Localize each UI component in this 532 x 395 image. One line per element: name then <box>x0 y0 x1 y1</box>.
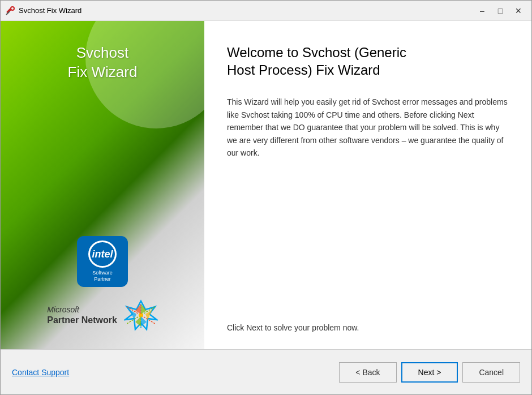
ms-partner-section: Microsoft Partner Network <box>47 298 158 332</box>
left-panel: SvchostFix Wizard intel Software Partner… <box>1 21 204 349</box>
logos-area: intel Software Partner Microsoft Partner… <box>47 236 158 349</box>
svg-marker-12 <box>135 316 141 327</box>
maximize-button[interactable]: □ <box>492 4 509 18</box>
bottom-buttons: < Back Next > Cancel <box>339 362 520 383</box>
ms-partner-text: Microsoft Partner Network <box>47 304 117 327</box>
welcome-title: Welcome to Svchost (GenericHost Process)… <box>227 44 509 79</box>
title-bar: Svchost Fix Wizard – □ ✕ <box>1 1 531 21</box>
title-bar-controls: – □ ✕ <box>474 4 527 18</box>
svg-point-1 <box>11 7 14 10</box>
intel-software-text: Software <box>92 270 113 276</box>
close-button[interactable]: ✕ <box>510 4 527 18</box>
intel-circle-text: intel <box>92 248 113 260</box>
intel-circle: intel <box>88 241 117 268</box>
back-button[interactable]: < Back <box>339 362 396 383</box>
contact-support-link[interactable]: Contact Support <box>12 368 69 377</box>
next-button[interactable]: Next > <box>401 362 458 383</box>
click-next-text: Click Next to solve your problem now. <box>227 323 509 332</box>
ms-butterfly-logo <box>124 298 158 332</box>
welcome-description: This Wizard will help you easily get rid… <box>227 96 509 306</box>
minimize-button[interactable]: – <box>474 4 491 18</box>
intel-badge: intel Software Partner <box>77 236 128 287</box>
intel-partner-text: Partner <box>94 276 111 282</box>
bottom-bar: Contact Support < Back Next > Cancel <box>1 349 531 394</box>
cancel-button[interactable]: Cancel <box>462 362 520 383</box>
wizard-title: SvchostFix Wizard <box>68 44 138 82</box>
ms-partner-line1: Microsoft <box>47 305 79 314</box>
right-panel: Welcome to Svchost (GenericHost Process)… <box>204 21 531 349</box>
ms-partner-line2: Partner Network <box>47 315 117 327</box>
intel-badge-text: Software Partner <box>92 270 113 282</box>
svg-marker-13 <box>141 316 147 327</box>
app-icon <box>5 6 15 16</box>
title-bar-text: Svchost Fix Wizard <box>19 6 474 15</box>
main-content: SvchostFix Wizard intel Software Partner… <box>1 21 531 349</box>
